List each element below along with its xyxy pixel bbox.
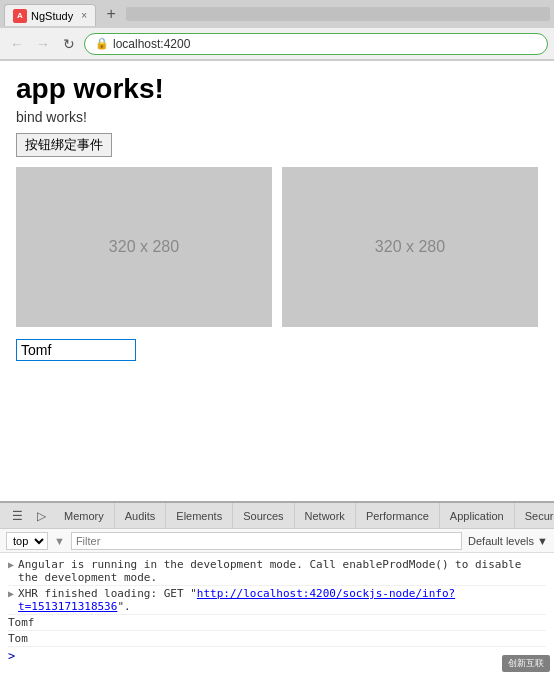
devtools-toolbar: top ▼ Default levels ▼ <box>0 529 554 553</box>
devtools-inspect-icon[interactable]: ▷ <box>32 507 50 525</box>
console-prompt-symbol: > <box>8 649 15 663</box>
console-line-3: Tomf <box>8 615 546 631</box>
reload-button[interactable]: ↻ <box>58 33 80 55</box>
devtools-panel: ☰ ▷ Memory Audits Elements Sources Netwo… <box>0 501 554 676</box>
new-tab-button[interactable]: + <box>100 3 122 25</box>
devtools-console: ▶ Angular is running in the development … <box>0 553 554 676</box>
devtools-icon-group: ☰ ▷ <box>4 507 54 525</box>
browser-tab[interactable]: A NgStudy × <box>4 4 96 26</box>
secure-icon: 🔒 <box>95 37 109 50</box>
default-levels-dropdown[interactable]: Default levels ▼ <box>468 535 548 547</box>
nav-bar: ← → ↻ 🔒 localhost:4200 <box>0 28 554 60</box>
devtools-tab-memory[interactable]: Memory <box>54 503 115 529</box>
tab-favicon: A <box>13 9 27 23</box>
console-arrow-1: ▶ <box>8 559 14 570</box>
placeholder-image-1: 320 x 280 <box>16 167 272 327</box>
devtools-tab-audits[interactable]: Audits <box>115 503 167 529</box>
browser-chrome: A NgStudy × + ← → ↻ 🔒 localhost:4200 <box>0 0 554 61</box>
address-text: localhost:4200 <box>113 37 190 51</box>
placeholder-image-2: 320 x 280 <box>282 167 538 327</box>
bind-button[interactable]: 按钮绑定事件 <box>16 133 112 157</box>
image-row: 320 x 280 320 x 280 <box>16 167 538 327</box>
watermark: 创新互联 <box>502 655 550 672</box>
bind-text: bind works! <box>16 109 538 125</box>
devtools-menu-icon[interactable]: ☰ <box>8 507 26 525</box>
select-arrow: ▼ <box>54 535 65 547</box>
console-line-4: Tom <box>8 631 546 647</box>
console-arrow-2: ▶ <box>8 588 14 599</box>
console-line-1: ▶ Angular is running in the development … <box>8 557 546 586</box>
console-text-2: XHR finished loading: GET "http://localh… <box>18 587 546 613</box>
tab-close-btn[interactable]: × <box>81 10 87 21</box>
console-filter-input[interactable] <box>71 532 462 550</box>
devtools-tab-elements[interactable]: Elements <box>166 503 233 529</box>
forward-button[interactable]: → <box>32 33 54 55</box>
console-line-2: ▶ XHR finished loading: GET "http://loca… <box>8 586 546 615</box>
name-input[interactable] <box>16 339 136 361</box>
app-title: app works! <box>16 73 538 105</box>
console-prompt: > <box>8 647 546 665</box>
xhr-link[interactable]: http://localhost:4200/sockjs-node/info?t… <box>18 587 455 613</box>
console-text-4: Tom <box>8 632 28 645</box>
devtools-tabs: ☰ ▷ Memory Audits Elements Sources Netwo… <box>0 503 554 529</box>
devtools-tab-sources[interactable]: Sources <box>233 503 294 529</box>
console-text-3: Tomf <box>8 616 35 629</box>
page-content: app works! bind works! 按钮绑定事件 320 x 280 … <box>0 61 554 501</box>
console-text-1: Angular is running in the development mo… <box>18 558 546 584</box>
tab-title: NgStudy <box>31 10 73 22</box>
devtools-tab-network[interactable]: Network <box>295 503 356 529</box>
address-bar[interactable]: 🔒 localhost:4200 <box>84 33 548 55</box>
devtools-tab-security[interactable]: Security <box>515 503 554 529</box>
devtools-tab-performance[interactable]: Performance <box>356 503 440 529</box>
tab-bar: A NgStudy × + <box>0 0 554 28</box>
chrome-controls <box>126 7 550 21</box>
console-context-select[interactable]: top <box>6 532 48 550</box>
back-button[interactable]: ← <box>6 33 28 55</box>
devtools-tab-application[interactable]: Application <box>440 503 515 529</box>
